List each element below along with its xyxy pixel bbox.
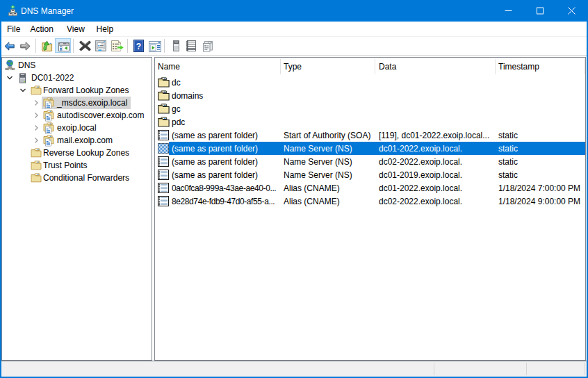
svg-text:?: ?: [136, 42, 141, 51]
